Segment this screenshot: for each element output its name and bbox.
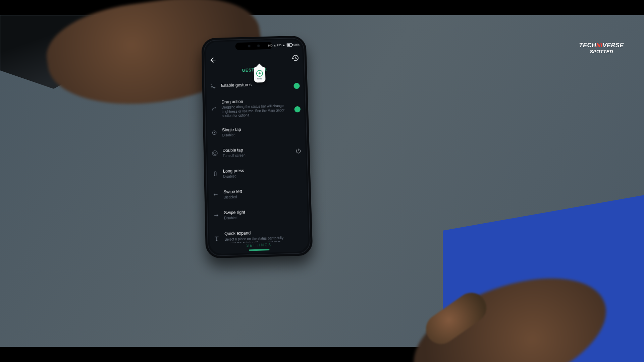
row-long-press[interactable]: Long press Disabled — [208, 161, 307, 184]
next-section-hint: SETTINGS — [246, 243, 272, 248]
drag-icon — [210, 105, 218, 113]
svg-point-4 — [212, 150, 217, 156]
app-header — [206, 53, 303, 66]
camera-notch — [235, 42, 272, 50]
row-quick-expand[interactable]: Quick expand Select a place on the statu… — [209, 224, 309, 244]
svg-point-0 — [211, 84, 212, 85]
signal-icons: HD ▲ HD ▲ — [268, 44, 285, 47]
svg-point-2 — [214, 132, 215, 133]
row-enable-gestures[interactable]: Enable gestures — [206, 73, 304, 96]
swipe-right-icon — [212, 212, 220, 219]
battery-icon — [287, 43, 292, 47]
long-press-icon — [211, 170, 219, 178]
logo-text-1: TECH — [579, 42, 596, 49]
phone-body: HD ▲ HD ▲ 50% GESTURES 67% — [201, 36, 313, 258]
row-swipe-right[interactable]: Swipe right Disabled — [209, 202, 308, 226]
logo-text-3: VERSE — [602, 42, 624, 49]
swipe-left-icon — [212, 191, 220, 198]
row-title: Enable gestures — [221, 81, 300, 88]
back-arrow-icon — [209, 56, 217, 64]
desk-surface: TECHNIVERSE SPOTTED HD ▲ HD ▲ 50% — [0, 15, 644, 347]
status-bar[interactable]: HD ▲ HD ▲ 50% — [268, 43, 300, 47]
quick-expand-icon — [213, 235, 220, 243]
row-subtitle: Dragging along the status bar will chang… — [222, 104, 301, 118]
gesture-nav-pill[interactable] — [249, 249, 270, 251]
channel-watermark: TECHNIVERSE SPOTTED — [579, 42, 624, 54]
battery-percent: 50% — [293, 43, 300, 46]
double-tap-icon — [211, 149, 219, 157]
single-tap-icon — [211, 129, 218, 136]
svg-point-3 — [214, 152, 216, 155]
reset-button[interactable] — [291, 54, 300, 62]
back-button[interactable] — [209, 56, 217, 64]
power-icon — [295, 148, 302, 154]
row-drag-action[interactable]: Drag action Dragging along the status ba… — [207, 94, 305, 123]
logo-text-2: NI — [596, 42, 602, 49]
row-double-tap[interactable]: Double tap Turn off screen — [208, 140, 306, 164]
row-swipe-left[interactable]: Swipe left Disabled — [208, 182, 307, 205]
reset-history-icon — [291, 54, 300, 62]
row-subtitle: Select a place on the status bar to full… — [224, 235, 304, 244]
logo-text-4: SPOTTED — [579, 49, 624, 54]
row-single-tap[interactable]: Single tap Disabled — [207, 120, 305, 143]
gesture-icon — [210, 82, 217, 89]
phone-screen: HD ▲ HD ▲ 50% GESTURES 67% — [205, 40, 309, 254]
svg-rect-5 — [214, 172, 216, 176]
settings-list[interactable]: Enable gestures Drag action Dragging alo… — [206, 73, 308, 243]
